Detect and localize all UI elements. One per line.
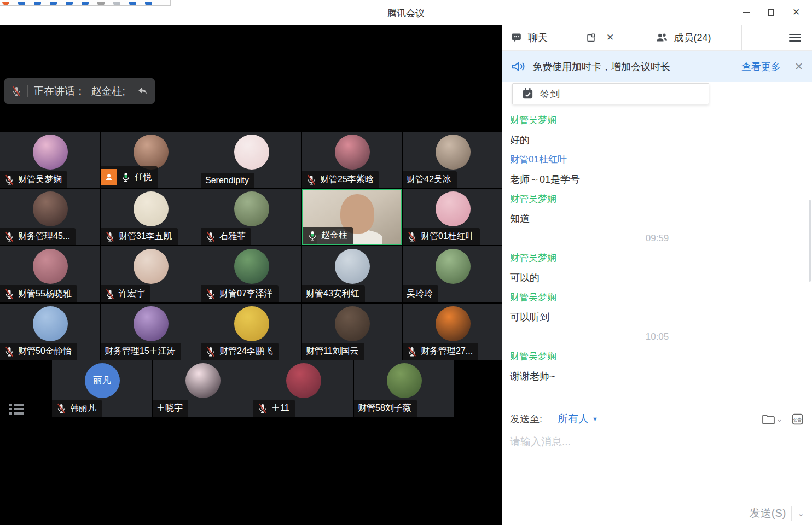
folder-caret-icon[interactable]: ⌄ [776,415,782,423]
participant-tile[interactable]: 财管42吴冰 [403,132,502,188]
mic-muted-icon[interactable] [11,86,22,97]
mic-muted-icon [205,231,216,242]
participant-tile[interactable]: 王晓宇 [153,360,253,417]
announcement-icon[interactable]: 公告 [790,412,804,426]
participant-tile[interactable]: 财管07李泽洋 [201,246,301,302]
message-sender[interactable]: 财管吴梦娴 [510,351,804,363]
tab-members-label: 成员(24) [674,31,711,44]
promo-banner-close-icon[interactable]: ✕ [794,60,803,73]
participant-name-label: 赵金柱 [303,227,353,244]
toolbar-icon-fragment [129,2,136,5]
send-to-label: 发送至: [510,412,542,425]
divider [791,506,792,521]
hamburger-icon[interactable] [789,34,801,42]
mic-muted-icon [205,346,216,357]
participant-tile[interactable]: 财管58刘子薇 [354,360,454,417]
participant-tile[interactable]: 财管50金静怡 [0,304,100,360]
participant-name-label: 财管24李鹏飞 [201,343,279,360]
participant-tile[interactable]: Serendipity [201,132,301,188]
participant-tile[interactable]: 财务管理45... [0,189,100,245]
signin-button[interactable]: 签到 [512,83,709,104]
mic-muted-icon [306,174,317,185]
presenter-badge-icon [101,169,117,185]
message-sender[interactable]: 财管吴梦娴 [510,252,804,264]
message-text: 老师～01是学号 [510,173,804,185]
reply-icon[interactable] [137,86,148,96]
popout-icon[interactable] [584,31,598,45]
participant-tile[interactable]: 财管31李五凯 [101,189,201,245]
maximize-icon [768,9,774,16]
participant-tile[interactable]: 财管55杨晓雅 [0,246,100,302]
message-sender[interactable]: 财管吴梦娴 [510,291,804,304]
avatar [436,306,471,341]
participant-name-label: 财管58刘子薇 [354,400,417,417]
message-sender[interactable]: 财管01杜红叶 [510,154,804,166]
participant-tile[interactable]: 财务管理15王江涛 [101,304,201,360]
message-input[interactable]: 请输入消息... [510,435,804,449]
message-sender[interactable]: 财管吴梦娴 [510,114,804,126]
speaking-banner: 正在讲话： 赵金柱; [4,78,155,104]
avatar [33,191,68,226]
promo-banner-link[interactable]: 查看更多 [741,60,781,73]
participant-name: 财管31李五凯 [119,231,172,242]
maximize-button[interactable] [758,0,784,25]
message-text: 可以听到 [510,311,804,323]
avatar [134,135,169,170]
chevron-down-icon[interactable]: ▼ [592,416,598,422]
panel-tab-extra [742,25,812,50]
participant-name-label: 财管50金静怡 [0,343,77,360]
send-area: 发送(S) ⌄ [750,506,804,521]
chat-messages: 财管吴梦娴好的财管01杜红叶老师～01是学号财管吴梦娴知道09:59财管吴梦娴可… [502,114,812,382]
participant-name: 财管11刘国云 [306,346,359,357]
participant-tile[interactable]: 石雅菲 [201,189,301,245]
minimize-button[interactable] [733,0,758,25]
participant-row: 财管55杨晓雅许宏宇财管07李泽洋财管43安利红吴玲玲 [0,246,502,302]
participant-tile[interactable]: 财管11刘国云 [302,304,402,360]
avatar [234,191,269,226]
participant-tile[interactable]: 赵金柱 [302,189,402,245]
participant-tile[interactable]: 许宏宇 [101,246,201,302]
divider [27,85,28,97]
participant-tile[interactable]: 吴玲玲 [403,246,502,302]
participant-tile[interactable]: 财管24李鹏飞 [201,304,301,360]
external-toolbar-fragment [0,0,171,6]
avatar [33,249,68,284]
participant-name-label: 石雅菲 [201,228,251,245]
participant-name-label: 王晓宇 [153,400,188,417]
close-chat-icon[interactable]: ✕ [603,31,617,45]
send-button[interactable]: 发送(S) [750,506,786,521]
avatar [335,249,370,284]
toolbar-icon-fragment [113,2,120,5]
minimize-icon [743,12,750,13]
layout-toggle-button[interactable] [8,400,26,418]
avatar [134,306,169,341]
participant-tile[interactable]: 财管25李紫晗 [302,132,402,188]
tab-members[interactable]: 成员(24) [624,25,742,50]
send-to-selector[interactable]: 所有人 [558,412,589,426]
tab-chat[interactable]: 聊天 ✕ [502,25,624,50]
folder-icon[interactable] [761,412,775,426]
participant-tile[interactable]: 丽凡韩丽凡 [52,360,152,417]
participant-tile[interactable]: 王11 [253,360,353,417]
chat-scrollbar[interactable] [809,200,811,282]
send-options-caret-icon[interactable]: ⌄ [797,509,804,518]
video-area: 正在讲话： 赵金柱; 财管吴梦娴任悦Serendipity财管25李紫晗财管42… [0,25,502,525]
message-sender[interactable]: 财管吴梦娴 [510,193,804,205]
participant-name-label: 任悦 [101,166,158,188]
participant-tile[interactable]: 财管吴梦娴 [0,132,100,188]
avatar [436,135,471,170]
toolbar-icon-fragment [2,2,9,5]
close-icon: ✕ [792,8,800,17]
participant-name-label: 财管55杨晓雅 [0,285,77,302]
participant-name-label: 韩丽凡 [52,400,102,417]
close-button[interactable]: ✕ [784,0,809,25]
participant-tile[interactable]: 财管01杜红叶 [403,189,502,245]
avatar [234,306,269,341]
participant-tile[interactable]: 财务管理27... [403,304,502,360]
participant-tile[interactable]: 任悦 [101,132,201,188]
participant-name: 韩丽凡 [70,402,96,414]
participant-tile[interactable]: 财管43安利红 [302,246,402,302]
participant-name: 财管07李泽洋 [219,288,273,300]
participant-name-label: 财管11刘国云 [302,343,364,360]
participant-name: 赵金柱 [321,230,347,241]
